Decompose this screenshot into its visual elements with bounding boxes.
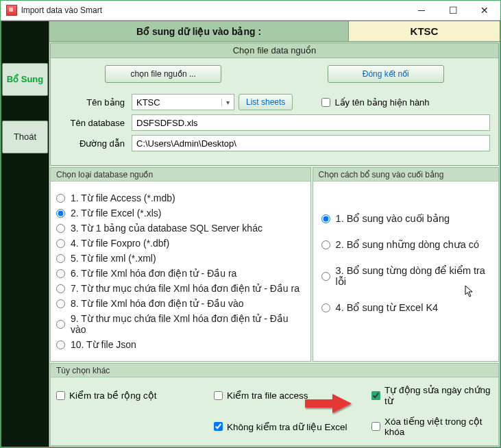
table-combo-value: KTSC [132, 97, 221, 108]
source-type-radio[interactable]: 3. Từ 1 bảng của database SQL Server khá… [56, 223, 305, 234]
close-button[interactable]: ✕ [469, 1, 500, 20]
append-mode-radio[interactable]: 4. Bổ sung từ Excel K4 [321, 302, 490, 313]
sidebar: Bổ Sung Thoát [1, 21, 49, 447]
database-input[interactable] [132, 114, 490, 131]
cursor-icon [464, 284, 475, 298]
titlebar: lmport data vào Smart ─ ☐ ✕ [1, 1, 500, 21]
table-combo[interactable]: KTSC ▾ [132, 94, 234, 110]
header-row: Bổ sung dữ liệu vào bảng : KTSC [49, 21, 500, 42]
append-mode-radio[interactable]: 2. Bổ sung những dòng chưa có [321, 239, 490, 250]
other-options-group: Tùy chọn khác Kiểm tra bề rộng cột Kiểm … [50, 363, 499, 446]
chk-auto-date[interactable]: Tự động sửa ngày chứng từ [371, 384, 493, 406]
thoat-button[interactable]: Thoát [2, 121, 48, 153]
source-panel: Chọn file data nguồn chọn file nguồn ...… [50, 42, 499, 166]
window-title: lmport data vào Smart [21, 5, 406, 15]
source-type-radio[interactable]: 10. Từ file Json [56, 339, 305, 350]
source-panel-title: Chọn file data nguồn [51, 43, 498, 58]
source-type-title: Chọn loại database nguồn [51, 168, 310, 182]
label-table: Tên bảng [59, 97, 125, 108]
header-left: Bổ sung dữ liệu vào bảng : [49, 21, 349, 41]
source-type-group: Chọn loại database nguồn 1. Từ file Acce… [50, 167, 311, 362]
maximize-button[interactable]: ☐ [437, 1, 469, 20]
list-sheets-button[interactable]: List sheets [239, 94, 293, 110]
label-path: Đường dẫn [59, 138, 125, 149]
source-type-radio[interactable]: 7. Từ thư mục chứa file Xml hóa đơn điện… [56, 283, 305, 294]
current-table-checkbox[interactable]: Lấy tên bảng hiện hành [321, 97, 429, 108]
source-type-radio[interactable]: 5. Từ file xml (*.xml) [56, 253, 305, 264]
chk-access[interactable]: Kiểm tra file access [214, 384, 371, 406]
append-mode-title: Chọn cách bổ sung vào cuối bảng [313, 168, 498, 182]
append-mode-radio[interactable]: 1. Bổ sung vào cuối bảng [321, 213, 490, 224]
other-options-title: Tùy chọn khác [51, 364, 498, 377]
source-type-radio[interactable]: 2. Từ file Excel (*.xls) [56, 208, 305, 219]
source-type-radio[interactable]: 9. Từ thư mục chứa file Xml hóa đơn điện… [56, 313, 305, 335]
bosung-button[interactable]: Bổ Sung [2, 63, 48, 96]
chevron-down-icon: ▾ [221, 99, 234, 106]
minimize-button[interactable]: ─ [406, 1, 437, 20]
source-type-radio[interactable]: 1. Từ file Access (*.mdb) [56, 192, 305, 203]
label-database: Tên database [59, 118, 125, 128]
source-type-radio[interactable]: 8. Từ file Xml hóa đơn điện tử - Đầu vào [56, 298, 305, 309]
close-connection-button[interactable]: Đóng kết nối [328, 65, 444, 83]
chk-width[interactable]: Kiểm tra bề rộng cột [56, 384, 214, 406]
choose-source-button[interactable]: chọn file nguồn ... [105, 65, 221, 83]
chk-no-excel[interactable]: Không kiểm tra dữ liệu Excel [214, 416, 371, 437]
path-input[interactable] [132, 135, 490, 151]
append-mode-group: Chọn cách bổ sung vào cuối bảng 1. Bổ su… [313, 167, 499, 362]
source-type-radio[interactable]: 6. Từ file Xml hóa đơn điện tử - Đầu ra [56, 268, 305, 279]
chk-remove-vn[interactable]: Xóa tiếng việt trong cột khóa [371, 416, 493, 437]
header-right: KTSC [349, 21, 500, 41]
app-icon [6, 5, 17, 16]
source-type-radio[interactable]: 4. Từ file Foxpro (*.dbf) [56, 238, 305, 249]
